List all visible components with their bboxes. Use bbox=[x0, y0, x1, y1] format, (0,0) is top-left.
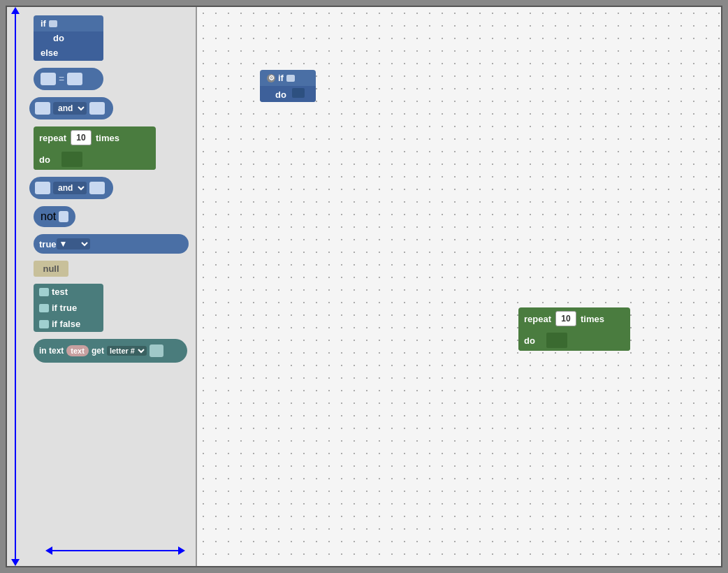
sidebar-not-block[interactable]: not bbox=[34, 206, 189, 227]
canvas-if-label: if bbox=[278, 73, 284, 83]
and-shape-2[interactable]: and or bbox=[29, 177, 113, 199]
canvas-if-row: ⚙ if bbox=[260, 70, 316, 86]
canvas-repeat-number[interactable] bbox=[555, 311, 576, 326]
canvas-repeat-label: repeat bbox=[524, 314, 551, 324]
canvas-if-connector bbox=[286, 75, 295, 82]
if-true-connector bbox=[39, 304, 49, 312]
in-text-label: in text bbox=[39, 346, 64, 356]
arrow-down-head bbox=[11, 559, 20, 566]
canvas-do-indent bbox=[546, 333, 567, 348]
arrow-up-head bbox=[11, 7, 20, 14]
get-label: get bbox=[92, 346, 104, 356]
canvas-do2-label: do bbox=[524, 335, 535, 346]
intext-shape[interactable]: in text text get letter # length bbox=[34, 339, 187, 363]
times-label: times bbox=[96, 133, 119, 143]
arrow-right-head bbox=[178, 546, 185, 555]
do2-label: do bbox=[39, 154, 50, 165]
canvas-times-label: times bbox=[581, 314, 604, 324]
sidebar: if do else = bbox=[7, 7, 197, 566]
and-left-slot-2 bbox=[35, 182, 50, 194]
repeat-label: repeat bbox=[39, 133, 66, 143]
eq-right-slot bbox=[67, 73, 82, 85]
canvas-do-label: do bbox=[275, 89, 286, 100]
canvas-do-row: do bbox=[260, 86, 316, 102]
canvas-repeat-block[interactable]: repeat times do bbox=[518, 307, 630, 351]
arrow-left-head bbox=[45, 546, 52, 555]
not-shape[interactable]: not bbox=[34, 206, 75, 227]
sidebar-and-block-2[interactable]: and or bbox=[29, 177, 189, 199]
repeat-number-input[interactable] bbox=[71, 130, 92, 145]
true-label: true bbox=[39, 239, 57, 249]
canvas-do-row2: do bbox=[518, 330, 630, 351]
if-false-row: if false bbox=[34, 316, 103, 332]
sidebar-repeat-block[interactable]: repeat times do bbox=[34, 126, 189, 170]
letter-select[interactable]: letter # length bbox=[107, 346, 147, 356]
test-label: test bbox=[52, 286, 68, 297]
vertical-arrow bbox=[10, 7, 21, 566]
sidebar-true-block[interactable]: true ▼ false bbox=[34, 234, 189, 254]
eq-icon: = bbox=[59, 73, 64, 85]
do-label: do bbox=[53, 33, 64, 43]
horizontal-arrow bbox=[45, 546, 185, 555]
canvas-if-block[interactable]: ⚙ if do bbox=[260, 70, 316, 102]
else-label: else bbox=[41, 48, 58, 58]
canvas-repeat-row: repeat times bbox=[518, 307, 630, 330]
sidebar-intext-block[interactable]: in text text get letter # length bbox=[34, 339, 189, 363]
arrow-line-vertical bbox=[15, 14, 16, 559]
arrow-line-horizontal bbox=[52, 550, 178, 551]
do-indent bbox=[61, 152, 82, 167]
sidebar-test-block[interactable]: test if true if false bbox=[34, 284, 189, 332]
intext-end-slot bbox=[150, 344, 163, 357]
not-slot bbox=[59, 211, 68, 222]
app-container: if do else = bbox=[6, 6, 722, 567]
test-shape[interactable]: test if true if false bbox=[34, 284, 103, 332]
sidebar-and-block-1[interactable]: and or bbox=[29, 97, 189, 119]
repeat-shape[interactable]: repeat times do bbox=[34, 126, 156, 170]
test-connector bbox=[39, 288, 49, 296]
and-right-slot-2 bbox=[89, 182, 105, 194]
if-true-label: if true bbox=[52, 303, 77, 313]
if-true-row: if true bbox=[34, 300, 103, 316]
if-row: if bbox=[34, 15, 103, 31]
true-shape[interactable]: true ▼ false bbox=[34, 234, 189, 254]
if-label: if bbox=[41, 18, 46, 29]
if-false-connector bbox=[39, 320, 49, 328]
do-row: do bbox=[34, 149, 156, 170]
and-left-slot-1 bbox=[35, 102, 50, 115]
canvas-repeat-shape[interactable]: repeat times do bbox=[518, 307, 630, 351]
gear-icon[interactable]: ⚙ bbox=[267, 74, 275, 82]
and-right-slot-1 bbox=[89, 102, 105, 115]
else-row: else bbox=[34, 45, 103, 61]
and-select-1[interactable]: and or bbox=[53, 102, 87, 115]
and-shape-1[interactable]: and or bbox=[29, 97, 113, 119]
if-do-else-shape[interactable]: if do else bbox=[34, 15, 103, 61]
null-shape[interactable]: null bbox=[34, 261, 68, 277]
sidebar-equality-block[interactable]: = bbox=[34, 68, 189, 90]
eq-shape[interactable]: = bbox=[34, 68, 103, 90]
null-label: null bbox=[43, 263, 59, 274]
if-false-label: if false bbox=[52, 319, 80, 329]
not-label: not bbox=[41, 210, 56, 223]
canvas-if-shape[interactable]: ⚙ if do bbox=[260, 70, 316, 102]
eq-left-slot bbox=[41, 73, 56, 85]
if-connector bbox=[49, 20, 57, 27]
canvas-do-connector bbox=[292, 88, 305, 98]
canvas[interactable]: ⚙ if do repeat times do bbox=[197, 7, 721, 566]
sidebar-if-do-else-block[interactable]: if do else bbox=[34, 15, 189, 61]
sidebar-null-block[interactable]: null bbox=[34, 261, 189, 277]
and-select-2[interactable]: and or bbox=[53, 182, 87, 194]
true-select[interactable]: ▼ false bbox=[57, 238, 90, 249]
test-row: test bbox=[34, 284, 103, 300]
repeat-row: repeat times bbox=[34, 126, 156, 149]
text-slot-label[interactable]: text bbox=[66, 345, 89, 356]
